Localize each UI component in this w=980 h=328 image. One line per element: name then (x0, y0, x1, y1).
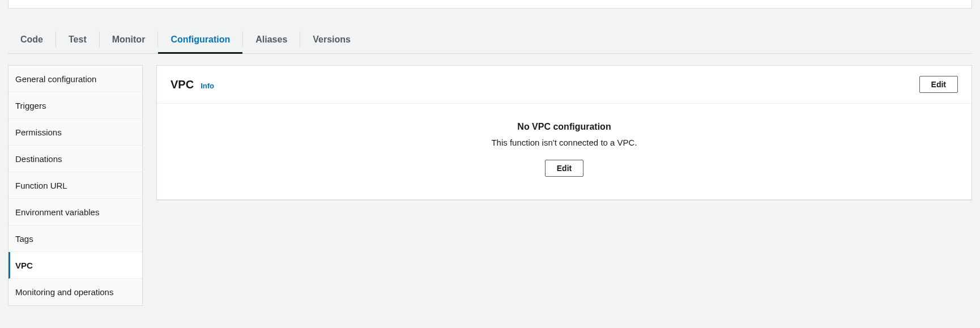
tab-label: Test (69, 35, 87, 45)
sidebar-item-label: Function URL (15, 181, 67, 190)
main-tabs: Code Test Monitor Configuration Aliases … (8, 25, 972, 54)
tab-test[interactable]: Test (56, 25, 99, 53)
empty-state-title: No VPC configuration (171, 122, 958, 132)
empty-state-edit-button[interactable]: Edit (545, 160, 583, 177)
sidebar-item-label: Destinations (15, 154, 62, 164)
panel-title: VPC (171, 78, 194, 91)
panel-header: VPC Info Edit (157, 66, 972, 104)
empty-state-description: This function isn't connected to a VPC. (171, 138, 958, 147)
tab-label: Code (20, 35, 43, 45)
sidebar-item-tags[interactable]: Tags (8, 225, 142, 252)
sidebar-item-label: Permissions (15, 127, 62, 137)
tab-configuration[interactable]: Configuration (158, 25, 242, 53)
sidebar-item-monitoring-and-operations[interactable]: Monitoring and operations (8, 279, 142, 305)
sidebar-item-triggers[interactable]: Triggers (8, 92, 142, 119)
tab-versions[interactable]: Versions (300, 25, 363, 53)
edit-button[interactable]: Edit (919, 76, 958, 93)
sidebar-item-environment-variables[interactable]: Environment variables (8, 199, 142, 225)
tab-label: Versions (313, 35, 351, 45)
sidebar-item-permissions[interactable]: Permissions (8, 119, 142, 146)
sidebar-item-general-configuration[interactable]: General configuration (8, 66, 142, 92)
previous-panel-bottom-edge (8, 0, 972, 8)
sidebar-item-label: General configuration (15, 74, 96, 84)
tab-label: Configuration (171, 35, 230, 45)
panel-body: No VPC configuration This function isn't… (157, 104, 972, 199)
sidebar-item-function-url[interactable]: Function URL (8, 172, 142, 199)
tab-code[interactable]: Code (8, 25, 56, 53)
info-link[interactable]: Info (201, 82, 214, 90)
sidebar-item-label: Tags (15, 234, 33, 244)
sidebar-item-destinations[interactable]: Destinations (8, 146, 142, 172)
vpc-panel: VPC Info Edit No VPC configuration This … (156, 65, 972, 200)
tab-label: Aliases (255, 35, 287, 45)
config-sidebar: General configuration Triggers Permissio… (8, 65, 143, 306)
sidebar-item-label: Environment variables (15, 207, 99, 217)
panel-title-group: VPC Info (171, 78, 214, 91)
tab-aliases[interactable]: Aliases (243, 25, 300, 53)
sidebar-item-label: Monitoring and operations (15, 287, 113, 297)
sidebar-item-vpc[interactable]: VPC (8, 252, 142, 279)
tab-monitor[interactable]: Monitor (100, 25, 158, 53)
tab-label: Monitor (112, 35, 146, 45)
sidebar-item-label: Triggers (15, 101, 46, 110)
content-row: General configuration Triggers Permissio… (8, 65, 972, 306)
sidebar-item-label: VPC (15, 261, 33, 270)
